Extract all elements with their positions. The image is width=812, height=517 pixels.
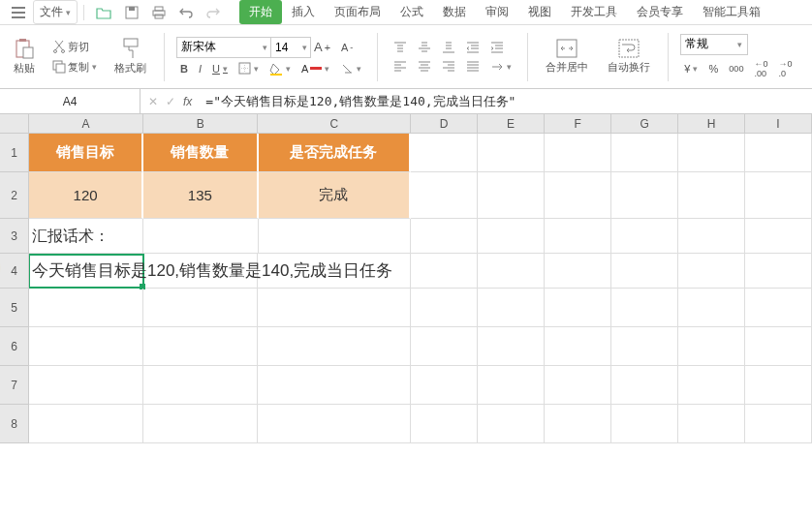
save-button[interactable] (119, 3, 144, 22)
col-header-i[interactable]: I (745, 114, 812, 134)
cell[interactable] (545, 254, 611, 289)
cell[interactable] (678, 172, 745, 219)
cell[interactable] (259, 219, 412, 254)
align-left-button[interactable] (390, 58, 411, 76)
col-header-e[interactable]: E (478, 114, 545, 134)
bold-button[interactable]: B (176, 61, 192, 76)
cell[interactable] (745, 289, 812, 327)
chevron-down-icon[interactable]: ▾ (737, 40, 742, 49)
cell[interactable] (678, 219, 745, 254)
col-header-d[interactable]: D (411, 114, 478, 134)
cell[interactable] (143, 327, 258, 366)
increase-decimal-button[interactable]: ←0.00 (751, 57, 772, 80)
fill-color-button[interactable]: ▾ (265, 60, 295, 77)
print-button[interactable] (146, 3, 172, 22)
tab-layout[interactable]: 页面布局 (325, 0, 390, 24)
tab-insert[interactable]: 插入 (282, 0, 325, 24)
cell[interactable] (611, 405, 678, 443)
cell[interactable] (143, 366, 258, 405)
cell[interactable] (258, 405, 411, 443)
cell[interactable] (678, 405, 745, 443)
cell[interactable] (478, 254, 545, 289)
cell[interactable] (745, 405, 812, 443)
cell[interactable] (545, 219, 611, 254)
tab-data[interactable]: 数据 (433, 0, 476, 24)
app-menu-icon[interactable] (6, 4, 31, 21)
fx-icon[interactable]: fx (183, 95, 192, 108)
chevron-down-icon[interactable]: ▾ (302, 43, 307, 52)
cell[interactable]: 汇报话术： (29, 219, 143, 254)
cell[interactable] (678, 254, 745, 289)
col-header-a[interactable]: A (29, 114, 143, 134)
row-header-5[interactable]: 5 (0, 289, 29, 327)
file-menu[interactable]: 文件 ▾ (33, 0, 78, 24)
cell[interactable] (745, 219, 812, 254)
cell[interactable] (143, 219, 258, 254)
clear-format-button[interactable]: ▾ (336, 60, 365, 77)
format-painter-button[interactable]: 格式刷 (109, 36, 152, 77)
cell[interactable] (745, 172, 812, 219)
cell[interactable] (411, 134, 478, 172)
cell[interactable]: 是否完成任务 (259, 134, 412, 172)
cell[interactable] (411, 219, 478, 254)
cell[interactable] (678, 327, 745, 366)
open-button[interactable] (90, 3, 117, 22)
col-header-g[interactable]: G (611, 114, 678, 134)
cell[interactable] (745, 366, 812, 405)
currency-button[interactable]: ¥▾ (680, 61, 702, 76)
cell[interactable]: 完成 (259, 172, 412, 219)
cell[interactable] (545, 172, 611, 219)
orientation-button[interactable]: ▾ (486, 58, 515, 76)
cell[interactable] (611, 327, 678, 366)
copy-button[interactable]: 复制 ▾ (48, 58, 101, 76)
font-color-button[interactable]: A ▾ (297, 61, 333, 76)
row-header-4[interactable]: 4 (0, 254, 29, 289)
percent-button[interactable]: % (704, 61, 722, 76)
align-bottom-button[interactable] (438, 39, 459, 56)
row-header-6[interactable]: 6 (0, 327, 29, 366)
col-header-b[interactable]: B (143, 114, 258, 134)
tab-review[interactable]: 审阅 (476, 0, 518, 24)
cell[interactable] (411, 289, 478, 327)
cell[interactable]: 120 (29, 172, 143, 219)
col-header-h[interactable]: H (678, 114, 745, 134)
cell[interactable] (29, 405, 143, 443)
cell[interactable] (411, 327, 478, 366)
cell[interactable] (611, 172, 678, 219)
cell[interactable]: 销售数量 (143, 134, 258, 172)
cell[interactable] (611, 219, 678, 254)
cell[interactable] (678, 289, 745, 327)
row-header-3[interactable]: 3 (0, 219, 29, 254)
cell[interactable] (545, 289, 611, 327)
cell[interactable] (478, 172, 545, 219)
cell[interactable] (29, 366, 143, 405)
cut-button[interactable]: 剪切 (48, 38, 101, 56)
col-header-f[interactable]: F (545, 114, 611, 134)
tab-tools[interactable]: 智能工具箱 (693, 0, 770, 24)
indent-left-button[interactable] (462, 39, 484, 56)
indent-right-button[interactable] (486, 39, 508, 56)
cell[interactable] (745, 254, 812, 289)
cell[interactable] (678, 366, 745, 405)
name-box[interactable]: A4 (0, 89, 141, 113)
cell[interactable] (478, 289, 545, 327)
comma-button[interactable]: 000 (725, 62, 747, 76)
cell[interactable] (258, 289, 411, 327)
cell[interactable]: 销售目标 (29, 134, 143, 172)
tab-formula[interactable]: 公式 (390, 0, 433, 24)
cell[interactable] (29, 327, 143, 366)
cell[interactable] (545, 405, 611, 443)
cell[interactable] (29, 289, 143, 327)
cell[interactable] (411, 254, 478, 289)
cell[interactable] (478, 219, 545, 254)
cell[interactable] (258, 327, 411, 366)
row-header-7[interactable]: 7 (0, 366, 29, 405)
undo-button[interactable] (173, 4, 199, 21)
cell[interactable]: 135 (143, 172, 258, 219)
cell[interactable] (478, 366, 545, 405)
font-name-select[interactable] (176, 37, 273, 58)
cell[interactable] (745, 327, 812, 366)
border-button[interactable]: ▾ (234, 60, 263, 76)
formula-input[interactable]: ="今天销售目标是120,销售数量是140,完成当日任务" (200, 93, 812, 110)
accept-formula-icon[interactable]: ✓ (166, 95, 175, 108)
